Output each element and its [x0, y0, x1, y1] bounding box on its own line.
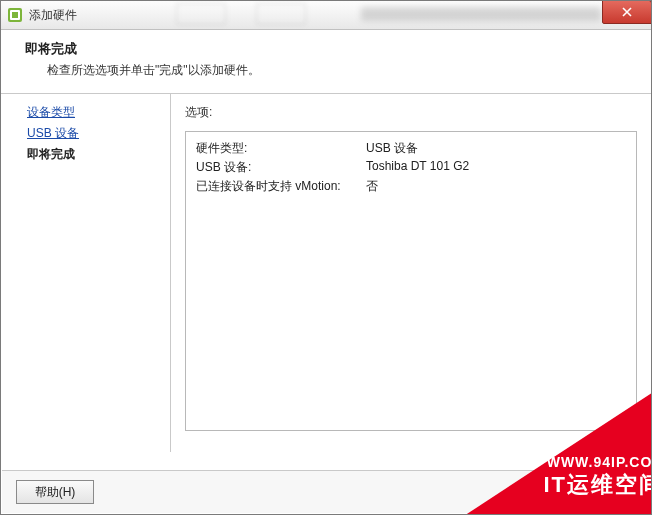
summary-key: 已连接设备时支持 vMotion:: [196, 178, 366, 195]
back-button[interactable]: <上一步: [558, 480, 636, 504]
summary-row: USB 设备: Toshiba DT 101 G2: [196, 159, 626, 176]
wizard-footer: 帮助(H) <上一步: [2, 470, 650, 513]
summary-value: Toshiba DT 101 G2: [366, 159, 469, 176]
wizard-step-title: 即将完成: [25, 40, 635, 58]
app-icon: [7, 7, 23, 23]
summary-value: USB 设备: [366, 140, 418, 157]
background-blur-text: [361, 7, 601, 21]
wizard-step-subtitle: 检查所选选项并单击"完成"以添加硬件。: [47, 62, 635, 79]
options-box: 硬件类型: USB 设备 USB 设备: Toshiba DT 101 G2 已…: [185, 131, 637, 431]
wizard-header: 即将完成 检查所选选项并单击"完成"以添加硬件。: [1, 30, 651, 94]
sidebar-item-current: 即将完成: [27, 146, 170, 163]
summary-key: USB 设备:: [196, 159, 366, 176]
titlebar: 添加硬件: [1, 1, 651, 30]
summary-value: 否: [366, 178, 378, 195]
svg-rect-2: [12, 12, 18, 18]
wizard-steps-sidebar: 设备类型 USB 设备 即将完成: [1, 94, 171, 452]
close-icon: [622, 7, 632, 17]
background-blur: [176, 3, 306, 25]
sidebar-item-device-type[interactable]: 设备类型: [27, 104, 170, 121]
close-button[interactable]: [602, 0, 652, 24]
summary-row: 已连接设备时支持 vMotion: 否: [196, 178, 626, 195]
wizard-body: 设备类型 USB 设备 即将完成 选项: 硬件类型: USB 设备 USB 设备…: [1, 94, 651, 452]
watermark-url: WWW.94IP.COM: [547, 454, 652, 470]
options-label: 选项:: [185, 104, 637, 121]
help-button[interactable]: 帮助(H): [16, 480, 94, 504]
window-title: 添加硬件: [29, 7, 77, 24]
wizard-main: 选项: 硬件类型: USB 设备 USB 设备: Toshiba DT 101 …: [171, 94, 651, 452]
summary-row: 硬件类型: USB 设备: [196, 140, 626, 157]
summary-key: 硬件类型:: [196, 140, 366, 157]
sidebar-item-usb-device[interactable]: USB 设备: [27, 125, 170, 142]
dialog-window: 添加硬件 即将完成 检查所选选项并单击"完成"以添加硬件。 设备类型 USB 设…: [0, 0, 652, 515]
